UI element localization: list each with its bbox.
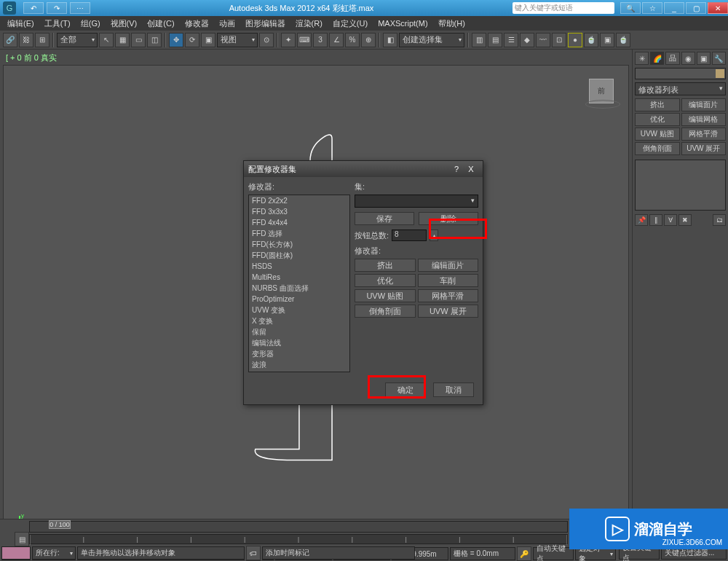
qat-btn[interactable]: ⋯ [70, 2, 90, 14]
mod-btn-optimize[interactable]: 优化 [635, 113, 680, 126]
set-btn-7[interactable]: UVW 展开 [418, 305, 479, 318]
menu-anim[interactable]: 动画 [215, 17, 240, 31]
modifier-list-item[interactable]: ProOptimizer [249, 294, 349, 305]
percent-snap-icon[interactable]: % [345, 33, 360, 47]
dialog-help-button[interactable]: ? [449, 165, 464, 173]
tab-motion-icon[interactable]: ◉ [681, 52, 695, 65]
snap-toggle-icon[interactable]: 3 [313, 33, 328, 47]
menu-modifier[interactable]: 修改器 [181, 17, 213, 31]
menu-tools[interactable]: 工具(T) [40, 17, 75, 31]
modifier-list-item[interactable]: 保留 [249, 326, 349, 337]
script-mini[interactable] [1, 546, 31, 560]
qat-btn[interactable]: ↷ [47, 2, 67, 14]
viewport-label[interactable]: [ + 0 前 0 真实 [3, 51, 629, 65]
modifier-listbox[interactable]: FFD 2x2x2FFD 3x3x3FFD 4x4x4FFD 选择FFD(长方体… [248, 195, 350, 372]
menu-group[interactable]: 组(G) [76, 17, 105, 31]
modifier-list-item[interactable]: FFD 选择 [249, 228, 349, 239]
modifier-list-item[interactable]: FFD 2x2x2 [249, 195, 349, 206]
menu-help[interactable]: 帮助(H) [434, 17, 470, 31]
tab-hierarchy-icon[interactable]: 品 [665, 52, 679, 65]
remove-mod-icon[interactable]: ✖ [678, 214, 692, 226]
show-end-result-icon[interactable]: ∥ [649, 214, 662, 226]
select-name-icon[interactable]: ▦ [115, 33, 130, 47]
modifier-list-item[interactable]: FFD(圆柱体) [249, 250, 349, 261]
button-total-input[interactable]: 8 [392, 230, 427, 241]
graphite-icon[interactable]: ◆ [520, 33, 534, 47]
link-icon[interactable]: 🔗 [3, 33, 17, 47]
layer-icon[interactable]: ☰ [504, 33, 518, 47]
signin-icon[interactable]: ☆ [642, 2, 662, 14]
modifier-list-item[interactable]: FFD 4x4x4 [249, 217, 349, 228]
center-pivot-icon[interactable]: ⊙ [259, 33, 274, 47]
angle-snap-icon[interactable]: ∠ [329, 33, 344, 47]
curve-editor-icon[interactable]: 〰 [536, 33, 550, 47]
menu-maxscript[interactable]: MAXScript(M) [373, 17, 432, 29]
configure-sets-icon[interactable]: 🗂 [713, 214, 726, 226]
mirror-icon[interactable]: ▥ [472, 33, 486, 47]
present-line-dropdown-2[interactable]: 所在行: [32, 546, 76, 560]
unlink-icon[interactable]: ⛓ [19, 33, 33, 47]
set-btn-0[interactable]: 挤出 [355, 259, 416, 272]
modifier-list-dropdown[interactable]: 修改器列表 [635, 82, 726, 95]
selection-filter-dropdown[interactable]: 全部 [57, 33, 98, 47]
set-btn-2[interactable]: 优化 [355, 274, 416, 287]
menu-view[interactable]: 视图(V) [106, 17, 142, 31]
coord-sys-dropdown[interactable]: 视图 [217, 33, 258, 47]
named-sel-icon[interactable]: ◧ [383, 33, 397, 47]
tab-create-icon[interactable]: ✳ [635, 52, 649, 65]
set-btn-5[interactable]: 网格平滑 [418, 289, 479, 302]
select-region-icon[interactable]: ▭ [131, 33, 146, 47]
mod-btn-edit-mesh[interactable]: 编辑网格 [681, 113, 727, 126]
spinner-up-icon[interactable]: ▴ [430, 230, 438, 241]
modifier-stack[interactable] [635, 160, 726, 211]
window-crossing-icon[interactable]: ◫ [147, 33, 162, 47]
render-prod-icon[interactable]: 🍵 [616, 33, 630, 47]
menu-graph[interactable]: 图形编辑器 [241, 17, 290, 31]
modifier-list-item[interactable]: 编辑法线 [249, 337, 349, 348]
viewcube[interactable]: 前 [589, 79, 614, 103]
set-btn-4[interactable]: UVW 贴图 [355, 289, 416, 302]
modifier-list-item[interactable]: 变形器 [249, 348, 349, 359]
set-btn-1[interactable]: 编辑面片 [418, 259, 479, 272]
modifier-list-item[interactable]: MultiRes [249, 272, 349, 283]
ok-button[interactable]: 确定 [385, 382, 426, 397]
set-dropdown[interactable] [355, 195, 478, 208]
add-time-tag[interactable]: 添加时间标记 [262, 546, 415, 560]
mod-btn-uvw-unwrap[interactable]: UVW 展开 [681, 142, 727, 155]
pin-stack-icon[interactable]: 📌 [635, 214, 648, 226]
mod-btn-bevel-profile[interactable]: 倒角剖面 [635, 142, 680, 155]
track-view-icon[interactable]: ▤ [15, 532, 29, 546]
mod-btn-uvw-map[interactable]: UVW 贴图 [635, 128, 680, 141]
modifier-list-item[interactable]: HSDS [249, 261, 349, 272]
align-icon[interactable]: ▤ [488, 33, 502, 47]
menu-create[interactable]: 创建(C) [143, 17, 178, 31]
object-color-swatch[interactable] [635, 68, 726, 79]
tab-utilities-icon[interactable]: 🔧 [712, 52, 726, 65]
modifier-list-item[interactable]: NURBS 曲面选择 [249, 283, 349, 294]
help-search-input[interactable]: 键入关键字或短语 [513, 2, 614, 14]
set-btn-6[interactable]: 倒角剖面 [355, 305, 416, 318]
maximize-button[interactable]: ▢ [686, 2, 706, 14]
keyboard-short-icon[interactable]: ⌨ [297, 33, 312, 47]
delete-set-button[interactable]: 删除 [419, 212, 478, 225]
mod-btn-edit-patch[interactable]: 编辑面片 [681, 98, 727, 111]
menu-customize[interactable]: 自定义(U) [328, 17, 372, 31]
modifier-list-item[interactable]: UVW 变换 [249, 305, 349, 315]
modifier-list-item[interactable]: FFD 3x3x3 [249, 206, 349, 217]
tab-modify-icon[interactable]: 🌈 [650, 52, 664, 65]
rotate-tool-icon[interactable]: ⟳ [185, 33, 199, 47]
time-tag-icon[interactable]: 🏷 [246, 546, 261, 560]
app-icon[interactable]: G [3, 1, 16, 15]
menu-edit[interactable]: 编辑(E) [3, 17, 39, 31]
dialog-titlebar[interactable]: 配置修改器集 ? X [244, 161, 483, 177]
spinner-snap-icon[interactable]: ⊕ [361, 33, 376, 47]
mod-btn-mesh-smooth[interactable]: 网格平滑 [681, 128, 727, 141]
cancel-button[interactable]: 取消 [433, 382, 474, 397]
scale-tool-icon[interactable]: ▣ [201, 33, 215, 47]
material-editor-icon[interactable]: ● [568, 33, 582, 47]
menu-render[interactable]: 渲染(R) [291, 17, 327, 31]
manipulate-icon[interactable]: ✦ [281, 33, 296, 47]
render-setup-icon[interactable]: 🍵 [584, 33, 598, 47]
modifier-list-item[interactable]: X 变换 [249, 315, 349, 326]
help-icon[interactable]: 🔍 [620, 2, 641, 14]
